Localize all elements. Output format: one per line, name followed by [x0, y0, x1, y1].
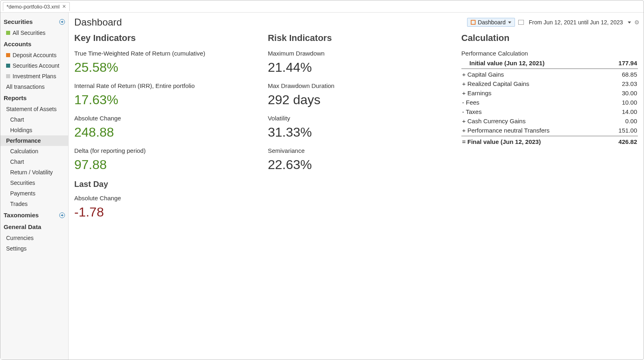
key-indicators-column: Key Indicators True Time-Weighted Rate o…: [74, 33, 260, 354]
calculation-subtitle: Performance Calculation: [461, 50, 638, 57]
sidebar-item-label: All Securities: [13, 30, 45, 36]
sidebar-item-label: Return / Volatility: [10, 169, 53, 176]
sidebar-item-label: Payments: [10, 190, 35, 197]
sidebar-header-reports: Reports: [0, 92, 68, 104]
securities-icon: [6, 31, 10, 35]
calc-value: 426.82: [618, 138, 637, 145]
sidebar-item-deposit-accounts[interactable]: Deposit Accounts: [0, 50, 68, 60]
calc-label: Initial value (Jun 12, 2021): [462, 60, 545, 66]
calc-label: + Earnings: [462, 90, 491, 96]
sidebar-header-label: Securities: [4, 18, 33, 25]
calc-value: 23.03: [622, 80, 637, 87]
sidebar-header-accounts: Accounts: [0, 38, 68, 50]
sidebar-item-all-securities[interactable]: All Securities: [0, 28, 68, 38]
dashboard-picker-label: Dashboard: [478, 19, 506, 26]
metric-value-max-drawdown-duration: 292 days: [268, 92, 453, 107]
calc-row: + Realized Capital Gains23.03: [461, 79, 638, 88]
sidebar-header-taxonomies: Taxonomies: [0, 209, 68, 221]
sidebar-item-label: Chart: [10, 159, 24, 165]
sidebar: Securities All Securities Accounts Depos…: [0, 13, 69, 360]
sidebar-item-label: Securities Account: [13, 62, 59, 69]
sidebar-header-label: Reports: [4, 94, 27, 101]
risk-indicators-column: Risk Indicators Maximum Drawdown 21.44% …: [268, 33, 453, 354]
sidebar-item-label: Deposit Accounts: [13, 52, 56, 58]
subsection-title-last-day: Last Day: [74, 180, 260, 189]
toolbar: Dashboard From Jun 12, 2021 until Jun 12…: [467, 18, 640, 27]
sidebar-item-label: Investment Plans: [13, 73, 56, 79]
sidebar-header-securities: Securities: [0, 16, 68, 28]
sidebar-item-settings[interactable]: Settings: [0, 243, 68, 254]
sidebar-item-label: Calculation: [10, 148, 38, 154]
sidebar-item-label: Holdings: [10, 127, 32, 133]
sidebar-item-investment-plans[interactable]: Investment Plans: [0, 71, 68, 81]
sidebar-item-trades[interactable]: Trades: [0, 199, 68, 209]
calc-label: + Capital Gains: [462, 71, 504, 78]
chevron-down-icon[interactable]: [628, 21, 631, 24]
securities-account-icon: [6, 64, 10, 68]
metric-label-semivariance: Semivariance: [268, 147, 453, 154]
calculation-column: Calculation Performance Calculation Init…: [461, 33, 638, 354]
calc-row: + Earnings30.00: [461, 88, 638, 98]
calc-value: 177.94: [618, 60, 637, 66]
metric-value-max-drawdown: 21.44%: [268, 60, 453, 75]
calc-value: 30.00: [622, 90, 637, 96]
metric-label-absolute-change: Absolute Change: [74, 115, 260, 122]
metric-label-volatility: Volatility: [268, 115, 453, 122]
calc-row-final: = Final value (Jun 12, 2023) 426.82: [461, 137, 638, 146]
calc-label: + Performance neutral Transfers: [462, 127, 550, 134]
calc-row: + Cash Currency Gains0.00: [461, 116, 638, 126]
sidebar-item-performance[interactable]: Performance: [0, 135, 68, 146]
file-tab-title: *demo-portfolio-03.xml: [6, 4, 60, 10]
dashboard-picker[interactable]: Dashboard: [467, 18, 515, 27]
calc-label: = Final value (Jun 12, 2023): [462, 138, 541, 145]
divider: [461, 136, 638, 136]
add-taxonomy-icon[interactable]: [59, 212, 65, 218]
sidebar-item-holdings[interactable]: Holdings: [0, 125, 68, 135]
section-title-key-indicators: Key Indicators: [74, 33, 260, 43]
sidebar-item-label: All transactions: [6, 84, 45, 90]
sidebar-item-securities-account[interactable]: Securities Account: [0, 60, 68, 71]
metric-value-lastday-absolute-change: -1.78: [74, 205, 260, 220]
section-title-calculation: Calculation: [461, 33, 638, 43]
sidebar-header-general-data: General Data: [0, 221, 68, 233]
sidebar-header-label: Taxonomies: [4, 212, 39, 219]
close-icon[interactable]: ✕: [62, 4, 66, 9]
calc-label: + Cash Currency Gains: [462, 118, 526, 124]
calc-value: 10.00: [622, 99, 637, 106]
sidebar-item-label: Performance: [6, 137, 41, 144]
sidebar-item-label: Settings: [6, 245, 27, 252]
sidebar-item-chart[interactable]: Chart: [0, 114, 68, 125]
sidebar-item-payments[interactable]: Payments: [0, 188, 68, 199]
sidebar-header-label: General Data: [4, 223, 41, 230]
investment-plans-icon: [6, 74, 10, 78]
add-security-icon[interactable]: [59, 19, 65, 25]
date-range[interactable]: From Jun 12, 2021 until Jun 12, 2023: [529, 19, 623, 26]
sidebar-item-calculation[interactable]: Calculation: [0, 146, 68, 156]
file-tab[interactable]: *demo-portfolio-03.xml ✕: [3, 2, 70, 11]
sidebar-item-chart-2[interactable]: Chart: [0, 156, 68, 167]
sidebar-item-all-transactions[interactable]: All transactions: [0, 81, 68, 92]
gear-icon[interactable]: ⚙: [634, 19, 640, 26]
calc-row: - Taxes14.00: [461, 107, 638, 116]
sidebar-item-securities[interactable]: Securities: [0, 178, 68, 188]
new-window-icon[interactable]: [518, 20, 524, 25]
metric-label-irr: Internal Rate of Return (IRR), Entire po…: [74, 82, 260, 89]
metric-label-max-drawdown-duration: Max Drawdown Duration: [268, 82, 453, 89]
calc-value: 68.85: [622, 71, 637, 78]
metric-value-ttwror: 25.58%: [74, 60, 260, 75]
calculation-table: Initial value (Jun 12, 2021) 177.94 + Ca…: [461, 58, 638, 146]
sidebar-item-currencies[interactable]: Currencies: [0, 233, 68, 243]
calc-label: - Taxes: [462, 108, 482, 115]
sidebar-item-statement-of-assets[interactable]: Statement of Assets: [0, 104, 68, 114]
sidebar-item-return-volatility[interactable]: Return / Volatility: [0, 167, 68, 178]
divider: [461, 69, 638, 69]
chevron-down-icon: [508, 21, 511, 24]
metric-value-delta: 97.88: [74, 157, 260, 172]
metric-value-absolute-change: 248.88: [74, 125, 260, 140]
calc-value: 14.00: [622, 108, 637, 115]
deposit-icon: [6, 53, 10, 57]
page-title: Dashboard: [74, 17, 122, 28]
calc-row: - Fees10.00: [461, 98, 638, 107]
sidebar-item-label: Securities: [10, 180, 35, 186]
calc-row: + Capital Gains68.85: [461, 70, 638, 79]
